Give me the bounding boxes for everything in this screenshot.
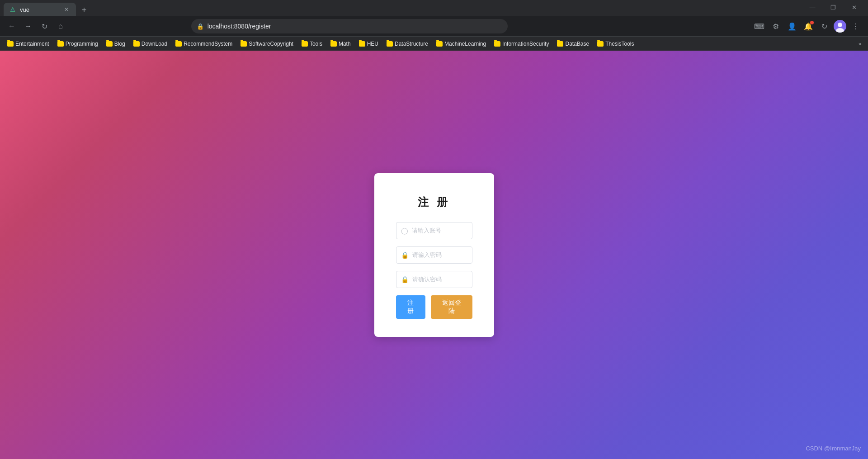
username-field[interactable]: ◯ [396,222,472,239]
folder-icon [175,41,182,47]
tab-close-btn[interactable]: ✕ [62,5,71,14]
folder-icon [557,41,563,47]
bookmark-label: DataBase [565,41,589,47]
bookmark-datastructure[interactable]: DataStructure [383,39,432,49]
folder-icon [330,41,337,47]
bookmark-entertainment[interactable]: Entertainment [4,39,53,49]
password-field[interactable]: 🔒 [396,246,472,264]
lock-icon: 🔒 [197,23,204,30]
minimize-button[interactable]: — [802,0,823,14]
folder-icon [387,41,393,47]
register-button[interactable]: 注册 [396,295,426,319]
tab-bar: vue ✕ + — ❐ ✕ [0,0,868,16]
translate-icon[interactable]: ⌨ [752,19,767,33]
folder-icon [436,41,443,47]
lock-field-icon: 🔒 [401,251,409,259]
back-button[interactable]: ← [5,20,18,33]
bookmarks-more-button[interactable]: » [855,39,864,48]
toolbar-icons: ⌨ ⚙ 👤 🔔 ↻ ⋮ [752,19,863,33]
folder-icon [106,41,113,47]
register-title: 注 册 [396,195,472,209]
folder-icon [494,41,500,47]
bookmark-label: SoftwareCopyright [249,41,293,47]
password-input[interactable] [412,251,488,258]
bookmark-softwarecopyright[interactable]: SoftwareCopyright [237,39,297,49]
svg-point-3 [838,23,842,27]
active-tab[interactable]: vue ✕ [4,3,76,16]
address-input-wrap[interactable]: 🔒 [191,19,508,33]
bookmark-label: RecommendSystem [184,41,232,47]
bookmark-math[interactable]: Math [327,39,354,49]
bookmark-label: MachineLearning [444,41,486,47]
bookmark-label: InformationSecurity [502,41,549,47]
forward-button[interactable]: → [22,20,34,33]
bookmark-heu[interactable]: HEU [355,39,382,49]
window-controls: — ❐ ✕ [802,0,864,16]
folder-icon [302,41,308,47]
tab-title: vue [20,6,59,13]
bookmark-label: Programming [66,41,98,47]
button-row: 注册 返回登陆 [396,295,472,319]
folder-icon [597,41,604,47]
bookmark-machinelearning[interactable]: MachineLearning [433,39,490,49]
bookmark-label: DataStructure [395,41,428,47]
notifications-icon[interactable]: 🔔 [801,19,816,33]
bookmark-label: Blog [114,41,125,47]
home-button[interactable]: ⌂ [54,20,67,33]
user-icon: ◯ [401,227,408,234]
folder-icon [241,41,247,47]
folder-icon [57,41,64,47]
bookmarks-bar: Entertainment Programming Blog DownLoad … [0,36,868,51]
address-input[interactable] [208,23,502,30]
menu-icon[interactable]: ⋮ [848,19,863,33]
bookmark-blog[interactable]: Blog [103,39,129,49]
bookmark-label: HEU [367,41,378,47]
close-button[interactable]: ✕ [844,0,864,14]
browser-chrome: vue ✕ + — ❐ ✕ ← → ↻ ⌂ 🔒 ⌨ ⚙ 👤 🔔 ↻ [0,0,868,459]
bookmark-label: Math [339,41,351,47]
bookmark-tools[interactable]: Tools [298,39,326,49]
page-content: 注 册 ◯ 🔒 🔒 注册 返回登陆 CSDN @IronmanJay [0,51,868,459]
watermark: CSDN @IronmanJay [806,445,861,452]
address-bar: ← → ↻ ⌂ 🔒 ⌨ ⚙ 👤 🔔 ↻ ⋮ [0,16,868,36]
extensions-icon[interactable]: ⚙ [769,19,783,33]
folder-icon [133,41,140,47]
confirm-field[interactable]: 🔒 [396,271,472,288]
maximize-button[interactable]: ❐ [823,0,844,14]
back-login-button[interactable]: 返回登陆 [431,295,472,319]
profiles-icon[interactable]: 👤 [785,19,799,33]
bookmark-label: Entertainment [15,41,49,47]
new-tab-button[interactable]: + [78,4,90,16]
bookmark-programming[interactable]: Programming [54,39,102,49]
bookmark-thesistools[interactable]: ThesisTools [594,39,637,49]
bookmark-label: ThesisTools [605,41,634,47]
tab-favicon [9,6,16,13]
avatar[interactable] [834,20,846,33]
folder-icon [359,41,365,47]
bookmark-download[interactable]: DownLoad [130,39,171,49]
register-card: 注 册 ◯ 🔒 🔒 注册 返回登陆 [374,173,494,337]
bookmark-database[interactable]: DataBase [553,39,593,49]
confirm-input[interactable] [412,276,488,283]
bookmark-label: DownLoad [142,41,167,47]
bookmark-informationsecurity[interactable]: InformationSecurity [491,39,552,49]
username-input[interactable] [412,227,488,234]
notification-badge [810,21,814,24]
lock-confirm-icon: 🔒 [401,276,409,283]
reload-button[interactable]: ↻ [38,20,51,33]
folder-icon [7,41,14,47]
bookmark-label: Tools [310,41,322,47]
bookmark-recommendsystem[interactable]: RecommendSystem [172,39,236,49]
sync-icon[interactable]: ↻ [817,19,832,33]
